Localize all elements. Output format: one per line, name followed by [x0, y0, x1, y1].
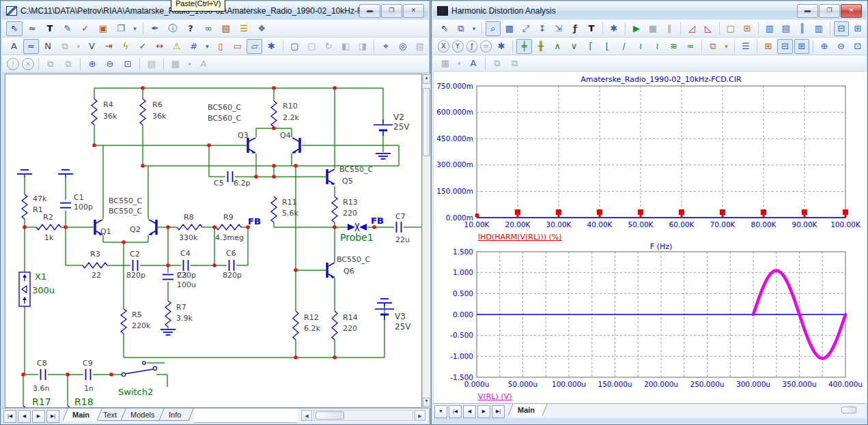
tab-scroll-prev[interactable]: ◀ [463, 405, 476, 418]
zoom-out-button[interactable]: ⊖ [102, 57, 118, 72]
data-points-icon[interactable]: ⊞ [740, 21, 755, 36]
hscroll-right-arrow[interactable]: ▶ [415, 410, 425, 421]
tab-scroll-next[interactable]: ▶ [477, 405, 490, 418]
point-tag-mode[interactable]: ⇲ [551, 21, 566, 36]
right-titlebar[interactable]: Harmonic Distortion Analysis ▬❐✕ [433, 2, 866, 20]
run-button[interactable]: ▶ [629, 21, 644, 36]
show-node-numbers[interactable]: N [40, 39, 56, 54]
maximize-button[interactable]: ❐ [819, 4, 840, 18]
show-attribute-text[interactable]: A [6, 39, 22, 54]
ruler-box-icon[interactable]: ▢ [723, 21, 738, 36]
hscroll-left-arrow[interactable]: ◀ [301, 410, 312, 421]
scroll-up-arrow[interactable]: ▲ [423, 74, 430, 84]
grid-display-dropdown[interactable]: ▾ [455, 56, 464, 71]
find-component-icon[interactable]: ⌖ [378, 39, 393, 54]
bring-front-icon[interactable]: ⧉ [42, 57, 59, 72]
node-snap-mode[interactable]: ▱ [247, 39, 262, 54]
bring-front-icon[interactable]: ⧉ [489, 56, 505, 71]
grid-dropdown[interactable]: ▾ [203, 39, 211, 54]
clipboard-dropdown[interactable]: ▾ [470, 21, 478, 36]
cursor-vertical-mode[interactable]: ╫ [533, 39, 548, 54]
tab-main[interactable]: Main [62, 409, 102, 421]
font-icon[interactable]: A [465, 56, 481, 71]
page-mode-icon[interactable]: ▤ [143, 57, 160, 72]
wire-mode[interactable]: ≈ [24, 21, 40, 36]
numeric-output-icon[interactable]: ⊞ [761, 39, 776, 54]
box-select-icon[interactable]: ▢ [287, 39, 303, 54]
tab-scroll-prev[interactable]: ◀ [18, 410, 31, 423]
scale-mode[interactable]: ⤢ [518, 21, 533, 36]
cursor-horizontal-mode[interactable]: ╪ [516, 39, 531, 54]
cancel-icon[interactable]: ✕ [22, 58, 34, 70]
cursor-left-icon[interactable]: ⊟ [777, 39, 792, 54]
show-warnings[interactable]: ⚠ [169, 39, 184, 54]
fx-settings[interactable]: ƒ [466, 40, 478, 53]
select-tool[interactable]: ⇖ [437, 21, 452, 36]
graphics-mode[interactable]: ✎ [59, 21, 76, 36]
y-axis-settings[interactable]: Y [452, 40, 464, 53]
animate-options-icon[interactable]: ❖ [253, 21, 270, 36]
fx-tag-mode[interactable]: ƒ [568, 21, 583, 36]
tab-scroll-next[interactable]: ▶ [32, 410, 45, 423]
send-back-icon[interactable]: ⧉ [507, 56, 523, 71]
tab-main[interactable]: Main [507, 404, 547, 416]
token-trace-icon[interactable]: ◺ [701, 21, 716, 36]
plot-pattern-1-icon[interactable]: ▥ [762, 21, 777, 36]
axes-disabled[interactable]: ≡ [480, 40, 492, 53]
zoom-in-button[interactable]: ⊕ [84, 57, 100, 72]
show-title-block[interactable]: ▭ [229, 39, 245, 54]
help-mode-icon[interactable]: ? [182, 21, 199, 36]
text-mode[interactable]: T [584, 21, 599, 36]
show-border[interactable]: ▯ [213, 39, 229, 54]
tab-scroll-last[interactable]: ▶| [492, 405, 505, 418]
envelope-icon[interactable]: ≈ [683, 39, 698, 54]
flip-vertical-icon[interactable]: ◨ [355, 39, 371, 54]
info-mode-icon[interactable]: ⓘ [165, 21, 181, 36]
plot-pattern-4-icon[interactable]: ▥ [811, 21, 826, 36]
copy-dropdown[interactable]: ▾ [74, 39, 83, 54]
go-to-x[interactable]: ≀ [649, 39, 664, 54]
zoom-in-button[interactable]: ⊕ [817, 39, 832, 54]
zoom-100-button[interactable]: ⊡ [850, 39, 865, 54]
vscroll-thumb[interactable] [423, 88, 430, 156]
font-icon[interactable]: A [195, 57, 212, 72]
tab-info[interactable]: Info [158, 409, 194, 421]
go-to-inflection[interactable]: ≀ [633, 39, 648, 54]
zoom-100-button[interactable]: ⊡ [120, 57, 136, 72]
cursor-grid-icon[interactable]: ⊞ [850, 21, 865, 36]
go-to-high[interactable]: ⌈ [583, 39, 598, 54]
attribute-properties[interactable]: ✱ [264, 39, 279, 54]
go-to-valley[interactable]: ∨ [566, 39, 581, 54]
show-pin-connections[interactable]: ↔ [152, 39, 167, 54]
plot-panel[interactable]: 750.000m600.000m450.000m300.000m150.000m… [434, 72, 867, 403]
go-to-peak[interactable]: ∧ [550, 39, 565, 54]
tab-scroll-first[interactable]: |◀ [3, 410, 16, 423]
stop-button[interactable]: ■ [645, 21, 660, 36]
schematic-hscrollbar[interactable] [313, 410, 413, 421]
tab-scroll-last[interactable]: ▶| [46, 410, 59, 423]
vertical-scale-mode[interactable]: ↕ [535, 21, 550, 36]
send-back-icon[interactable]: ⧉ [60, 57, 76, 72]
flip-horizontal-icon[interactable]: ◧ [338, 39, 354, 54]
flag-mode[interactable]: ✓ [77, 21, 94, 36]
copy-graph-dropdown[interactable]: ▾ [722, 39, 730, 54]
region-enable-icon[interactable]: ☰ [236, 21, 252, 36]
text-mode[interactable]: T [42, 21, 58, 36]
single-plot-icon[interactable]: ⊟ [834, 21, 849, 36]
tab-list-dropdown[interactable]: ▼ [434, 405, 447, 418]
cursor-right-icon[interactable]: ⊞ [794, 39, 809, 54]
schematic-vscrollbar[interactable]: ▲ ▼ [422, 74, 431, 408]
plot-pattern-2-icon[interactable]: ▤ [779, 21, 794, 36]
graph-paper-mode[interactable]: ▩ [502, 21, 517, 36]
grid-display-icon[interactable]: ▦ [167, 57, 184, 72]
grid-display-dropdown[interactable]: ▾ [185, 57, 194, 72]
rotate-icon[interactable]: ↻ [321, 39, 337, 54]
show-currents[interactable]: ⇥ [101, 39, 117, 54]
step-stop-icon[interactable]: ! [7, 58, 19, 70]
info-page-icon[interactable]: ▤ [412, 39, 428, 54]
show-conditions[interactable]: ✓ [135, 39, 151, 54]
grid-toggle[interactable]: # [186, 39, 201, 54]
properties-icon[interactable]: ✱ [606, 21, 621, 36]
show-node-voltages[interactable]: V [84, 39, 100, 54]
find-text-icon[interactable]: ◎ [395, 39, 410, 54]
